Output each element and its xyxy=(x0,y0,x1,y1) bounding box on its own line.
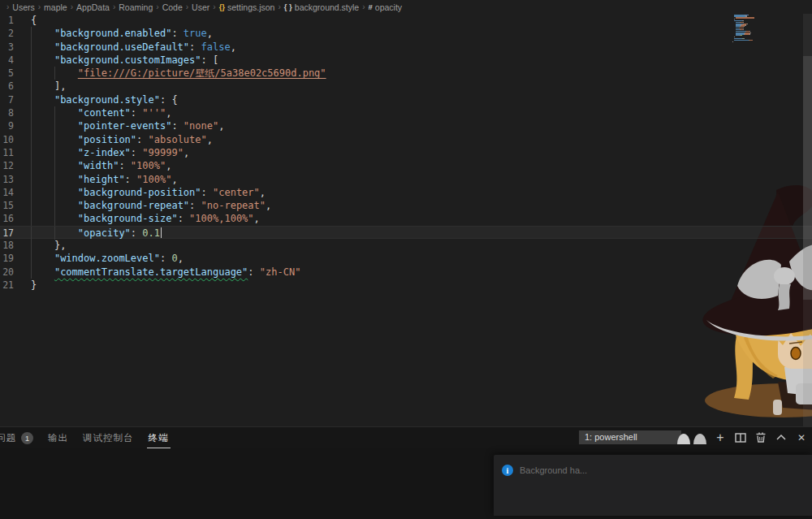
code-line-19[interactable]: 19"window.zoomLevel": 0, xyxy=(0,252,812,265)
token-key: "content" xyxy=(78,107,131,119)
token-punct: , xyxy=(184,147,189,158)
panel-tab-label: 调试控制台 xyxy=(83,432,134,444)
token-punct: : xyxy=(171,120,183,132)
token-punct: , xyxy=(231,41,236,53)
line-number: 16 xyxy=(0,212,14,225)
maximize-panel-icon[interactable] xyxy=(775,431,788,444)
code-text: "background-repeat": "no-repeat", xyxy=(31,199,271,212)
panel-tab-item[interactable]: 调试控制台 xyxy=(81,428,136,448)
token-key: "pointer-events" xyxy=(78,120,172,132)
token-punct: }, xyxy=(54,240,66,251)
kill-terminal-icon[interactable] xyxy=(754,431,767,444)
breadcrumb-separator: › xyxy=(362,2,365,11)
code-text: "position": "absolute", xyxy=(31,133,213,146)
line-number: 14 xyxy=(0,186,14,199)
code-line-16[interactable]: 16"background-size": "100%,100%", xyxy=(0,212,812,225)
panel-tab-terminal-active[interactable]: 终端 xyxy=(147,428,171,448)
breadcrumb-separator: › xyxy=(6,2,9,11)
breadcrumb-label: settings.json xyxy=(227,2,274,12)
token-punct: , xyxy=(178,253,184,264)
line-number: 18 xyxy=(0,239,14,252)
token-key: "background.enabled" xyxy=(54,28,172,39)
code-line-7[interactable]: 7"background.style": { xyxy=(0,93,812,106)
code-line-11[interactable]: 11"z-index": "99999", xyxy=(0,146,812,159)
notification-message: Background ha... xyxy=(520,465,587,475)
line-number: 11 xyxy=(0,146,14,159)
new-terminal-icon[interactable]: + xyxy=(714,431,727,444)
line-number: 12 xyxy=(0,159,14,172)
line-number: 4 xyxy=(0,54,14,67)
token-punct: ], xyxy=(54,80,66,92)
code-line-9[interactable]: 9"pointer-events": "none", xyxy=(0,119,812,132)
line-number: 1 xyxy=(0,14,14,27)
code-line-4[interactable]: 4"background.customImages": [ xyxy=(0,54,812,67)
code-line-8[interactable]: 8"content": "''", xyxy=(0,106,812,119)
indent-guide xyxy=(54,146,78,159)
terminal-select[interactable]: 1: powershell xyxy=(579,430,681,444)
token-punct: : xyxy=(178,213,189,224)
code-line-12[interactable]: 12"width": "100%", xyxy=(0,159,812,172)
code-text: } xyxy=(31,279,37,292)
indent-guide xyxy=(54,119,78,132)
notification-toast[interactable]: i Background ha... xyxy=(494,455,812,516)
editor[interactable]: 1{2"background.enabled": true,3"backgrou… xyxy=(0,14,812,426)
indent-guide xyxy=(54,106,78,119)
indent-guide xyxy=(31,252,54,265)
breadcrumb-item-opacity[interactable]: #opacity xyxy=(369,2,403,12)
terminal-content[interactable]: i Background ha... xyxy=(0,448,812,519)
token-str: "100%" xyxy=(131,160,166,171)
breadcrumb-item-user[interactable]: User xyxy=(192,2,209,12)
code-line-3[interactable]: 3"background.useDefault": false, xyxy=(0,41,812,54)
breadcrumb-item-maple[interactable]: maple xyxy=(44,2,67,12)
indent-guide xyxy=(54,212,78,225)
code-line-15[interactable]: 15"background-repeat": "no-repeat", xyxy=(0,199,812,212)
editor-scrollbar[interactable] xyxy=(803,14,812,426)
scrollbar-slider[interactable] xyxy=(803,56,812,300)
indent-guide xyxy=(31,27,54,40)
info-icon: i xyxy=(502,465,513,476)
code-line-5[interactable]: 5"file:///G:/picture/壁纸/5a38e02c5690d.pn… xyxy=(0,67,812,80)
split-terminal-icon[interactable] xyxy=(734,431,747,444)
code-line-1[interactable]: 1{ xyxy=(0,14,812,27)
token-bool: true xyxy=(184,28,207,39)
code-line-6[interactable]: 6], xyxy=(0,80,812,93)
token-key: "z-index" xyxy=(78,147,131,158)
token-link[interactable]: "file:///G:/picture/壁纸/5a38e02c5690d.png… xyxy=(78,67,326,79)
token-punct: : xyxy=(201,187,213,198)
token-warnkey: "commentTranslate.targetLanguage" xyxy=(54,266,248,278)
panel-tab-item[interactable]: 问题1 xyxy=(0,428,35,448)
code-line-20[interactable]: 20"commentTranslate.targetLanguage": "zh… xyxy=(0,266,812,279)
code-line-17[interactable]: 17"opacity": 0.1 xyxy=(0,226,812,239)
token-punct: : xyxy=(189,41,201,53)
token-str: "absolute" xyxy=(149,134,207,145)
token-punct: , xyxy=(266,200,271,211)
breadcrumb-item-background-style[interactable]: { }background.style xyxy=(284,2,359,12)
breadcrumb-item-users[interactable]: Users xyxy=(12,2,34,12)
code-line-13[interactable]: 13"height": "100%", xyxy=(0,173,812,186)
breadcrumb-item-code[interactable]: Code xyxy=(162,2,183,12)
code-line-14[interactable]: 14"background-position": "center", xyxy=(0,186,812,199)
vscode-window: ›Users›maple›AppData›Roaming›Code›User›{… xyxy=(0,0,812,519)
breadcrumb-item-appdata[interactable]: AppData xyxy=(76,2,110,12)
code-line-2[interactable]: 2"background.enabled": true, xyxy=(0,27,812,40)
indent-guide xyxy=(31,133,54,146)
token-str: "''" xyxy=(142,107,166,119)
token-punct: , xyxy=(166,160,171,171)
code-line-18[interactable]: 18}, xyxy=(0,239,812,252)
token-str: "99999" xyxy=(142,147,184,158)
code-text: "z-index": "99999", xyxy=(31,146,189,159)
token-punct: : xyxy=(189,200,201,211)
panel-tab-item[interactable]: 输出 xyxy=(46,428,70,448)
breadcrumb-item-settings-json[interactable]: {}settings.json xyxy=(219,2,275,12)
token-key: "window.zoomLevel" xyxy=(54,253,160,264)
code-line-21[interactable]: 21} xyxy=(0,279,812,292)
code-text: "opacity": 0.1 xyxy=(31,227,162,238)
minimap[interactable] xyxy=(732,11,771,42)
panel-tab-label: 终端 xyxy=(149,432,169,444)
text-cursor xyxy=(161,227,162,238)
breadcrumb-item-roaming[interactable]: Roaming xyxy=(119,2,153,12)
code-line-10[interactable]: 10"position": "absolute", xyxy=(0,133,812,146)
indent-guide xyxy=(31,199,54,212)
close-panel-icon[interactable]: ✕ xyxy=(795,431,808,444)
line-number: 6 xyxy=(0,80,14,93)
